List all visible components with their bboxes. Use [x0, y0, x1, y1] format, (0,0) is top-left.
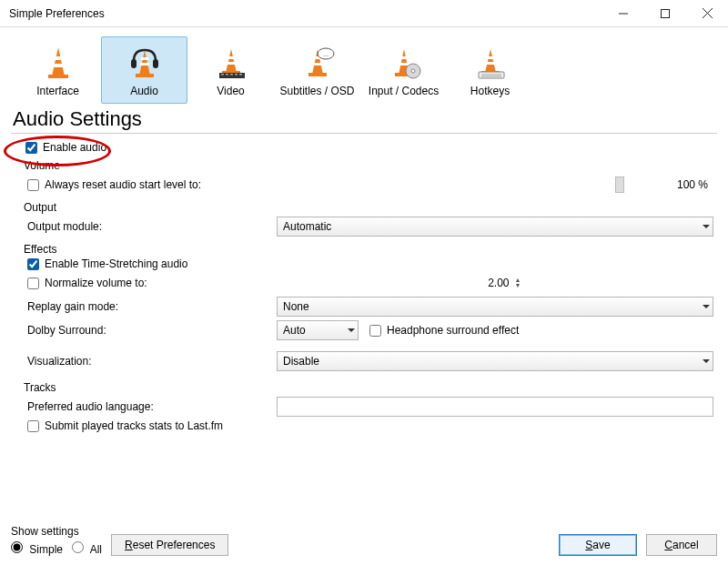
preferred-language-input[interactable]	[277, 397, 713, 417]
svg-rect-13	[153, 59, 158, 68]
svg-rect-38	[486, 62, 495, 65]
enable-audio-input[interactable]	[25, 142, 37, 154]
dolby-surround-label: Dolby Surround:	[15, 324, 277, 337]
svg-text:...: ...	[323, 51, 329, 57]
svg-rect-19	[221, 74, 224, 76]
tab-audio[interactable]: Audio	[101, 36, 187, 104]
visualization-select[interactable]: Disable	[277, 351, 713, 371]
preferred-language-label: Preferred audio language:	[15, 400, 277, 413]
reset-audio-level-checkbox[interactable]: Always reset audio start level to:	[15, 178, 201, 191]
output-module-select[interactable]: Automatic	[277, 217, 713, 237]
time-stretching-checkbox[interactable]: Enable Time-Stretching audio	[15, 257, 713, 270]
svg-rect-1	[662, 9, 670, 17]
cone-keyboard-icon	[472, 45, 509, 81]
spinner-down-icon[interactable]: ▼	[515, 283, 521, 288]
maximize-button[interactable]	[644, 0, 686, 27]
save-button[interactable]: Save	[559, 534, 637, 556]
svg-marker-14	[226, 49, 237, 73]
svg-rect-32	[399, 63, 409, 66]
svg-rect-27	[308, 73, 327, 76]
svg-rect-18	[219, 73, 245, 78]
show-settings-label: Show settings	[11, 525, 102, 538]
window-title: Simple Preferences	[9, 7, 602, 20]
enable-audio-checkbox[interactable]: Enable audio	[15, 141, 713, 154]
group-output: Output	[24, 201, 713, 214]
svg-rect-20	[226, 74, 228, 76]
lastfm-input[interactable]	[27, 420, 39, 432]
svg-rect-9	[141, 57, 148, 60]
svg-rect-16	[227, 62, 236, 65]
svg-rect-11	[136, 74, 154, 77]
slider-thumb[interactable]	[615, 177, 624, 193]
time-stretching-input[interactable]	[27, 258, 39, 270]
close-button[interactable]	[686, 0, 728, 27]
tab-interface[interactable]: Interface	[15, 36, 101, 104]
svg-rect-15	[228, 56, 235, 59]
group-tracks: Tracks	[24, 381, 713, 394]
svg-rect-22	[235, 74, 238, 76]
normalize-value-spinner[interactable]: 2.00 ▲▼	[466, 273, 525, 293]
tab-hotkeys[interactable]: Hotkeys	[447, 36, 533, 104]
reset-audio-level-input[interactable]	[27, 179, 39, 191]
divider	[11, 133, 717, 134]
svg-rect-26	[313, 63, 322, 66]
svg-rect-12	[131, 59, 136, 68]
replay-gain-label: Replay gain mode:	[15, 300, 277, 313]
tab-video[interactable]: Video	[187, 36, 274, 104]
category-tabs: Interface Audio	[11, 33, 717, 104]
svg-marker-36	[485, 49, 496, 73]
normalize-volume-input[interactable]	[27, 277, 39, 289]
svg-rect-7	[48, 75, 68, 78]
visualization-label: Visualization:	[15, 355, 277, 368]
cone-film-icon	[213, 45, 249, 81]
output-module-label: Output module:	[15, 220, 277, 233]
titlebar: Simple Preferences	[0, 0, 728, 27]
tab-input-codecs[interactable]: Input / Codecs	[360, 36, 447, 104]
dolby-surround-select[interactable]: Auto	[277, 320, 359, 340]
reset-preferences-button[interactable]: Reset Preferences	[111, 534, 228, 556]
replay-gain-select[interactable]: None	[277, 297, 713, 317]
audio-level-slider[interactable]	[201, 180, 670, 189]
cone-headphones-icon	[126, 45, 163, 81]
cancel-button[interactable]: Cancel	[646, 534, 717, 556]
svg-rect-6	[53, 64, 64, 67]
normalize-volume-checkbox[interactable]: Normalize volume to:	[15, 277, 277, 289]
svg-point-35	[411, 69, 415, 73]
lastfm-checkbox[interactable]: Submit played tracks stats to Last.fm	[15, 419, 713, 432]
svg-rect-37	[487, 56, 494, 59]
svg-rect-5	[54, 56, 62, 60]
svg-rect-21	[230, 74, 233, 76]
headphone-surround-input[interactable]	[369, 325, 381, 337]
tab-subtitles[interactable]: ... Subtitles / OSD	[274, 36, 360, 104]
headphone-surround-checkbox[interactable]: Headphone surround effect	[369, 324, 519, 337]
cone-bubble-icon: ...	[299, 45, 336, 81]
svg-marker-4	[52, 47, 65, 76]
group-volume: Volume	[24, 159, 713, 172]
page-title: Audio Settings	[13, 107, 717, 131]
svg-rect-10	[140, 63, 149, 66]
show-simple-radio[interactable]: Simple	[11, 541, 63, 556]
svg-rect-31	[400, 56, 408, 59]
cone-icon	[40, 45, 76, 81]
svg-rect-23	[239, 74, 242, 76]
audio-level-percent: 100 %	[677, 178, 708, 191]
minimize-button[interactable]	[602, 0, 644, 27]
cone-disc-icon	[386, 45, 422, 81]
group-effects: Effects	[24, 243, 713, 256]
show-all-radio[interactable]: All	[72, 541, 102, 556]
